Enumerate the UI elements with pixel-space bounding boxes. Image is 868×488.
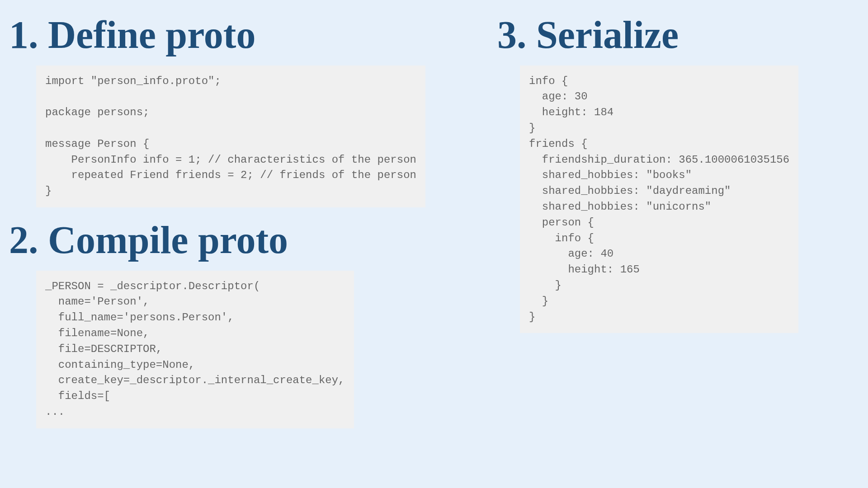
code-block-compile: _PERSON = _descriptor.Descriptor( name='…	[36, 271, 354, 428]
right-column: 3. Serialize info { age: 30 height: 184 …	[461, 14, 859, 474]
left-column: 1. Define proto import "person_info.prot…	[9, 14, 443, 474]
heading-serialize: 3. Serialize	[497, 14, 859, 56]
code-block-define: import "person_info.proto"; package pers…	[36, 66, 425, 207]
code-block-serialize: info { age: 30 height: 184 } friends { f…	[520, 66, 798, 333]
heading-define-proto: 1. Define proto	[9, 14, 443, 56]
heading-compile-proto: 2. Compile proto	[9, 219, 443, 262]
slide-container: 1. Define proto import "person_info.prot…	[9, 14, 859, 474]
